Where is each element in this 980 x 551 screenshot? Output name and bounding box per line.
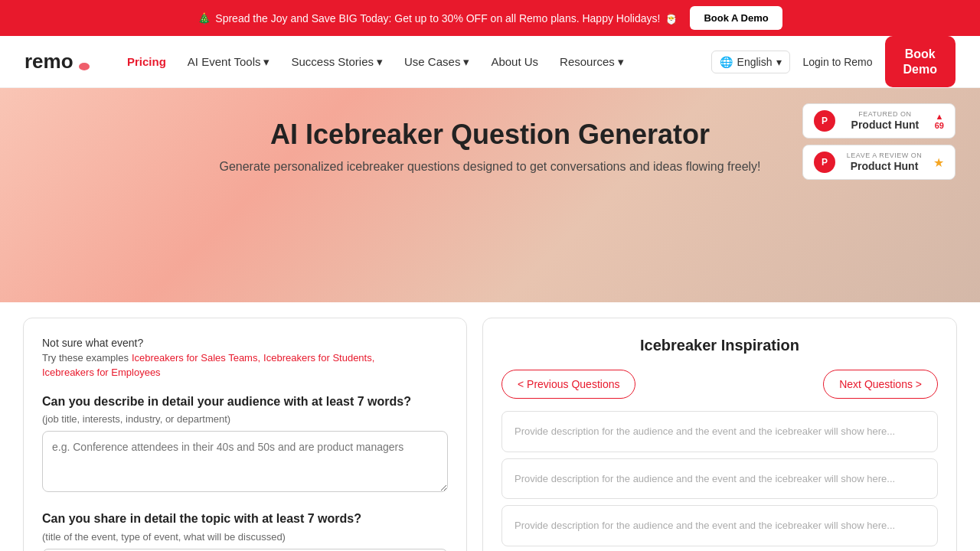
- chevron-down-icon: ▾: [463, 55, 469, 69]
- language-selector[interactable]: 🌐 English ▾: [711, 51, 791, 73]
- hero-section: AI Icebreaker Question Generator Generat…: [0, 88, 980, 302]
- ph-featured-badge[interactable]: P FEATURED ON Product Hunt ▲ 69: [802, 103, 956, 139]
- question2-label: Can you share in detail the topic with a…: [42, 510, 448, 527]
- icebreaker-title: Icebreaker Inspiration: [501, 337, 938, 354]
- form-section-2: Can you share in detail the topic with a…: [42, 510, 448, 551]
- ph-featured-label: FEATURED ON: [843, 110, 927, 118]
- banner-cta-button[interactable]: Book A Demo: [690, 6, 782, 30]
- chevron-down-icon: ▾: [776, 56, 782, 68]
- form-section-1: Can you describe in detail your audience…: [42, 393, 448, 495]
- upvote-arrow-icon: ▲: [935, 112, 943, 121]
- chevron-down-icon: ▾: [377, 55, 383, 69]
- banner-emoji-right: 🎅: [665, 12, 678, 24]
- nav-links: Pricing AI Event Tools ▾ Success Stories…: [118, 49, 711, 75]
- banner-text: 🎄 Spread the Joy and Save BIG Today: Get…: [198, 12, 678, 24]
- promo-banner: 🎄 Spread the Joy and Save BIG Today: Get…: [0, 0, 980, 36]
- banner-emoji-left: 🎄: [198, 12, 211, 24]
- try-examples-label: Try these examples: [42, 352, 129, 364]
- star-icon: ★: [933, 155, 944, 170]
- ph-review-badge[interactable]: P LEAVE A REVIEW ON Product Hunt ★: [802, 145, 956, 180]
- nav-item-pricing[interactable]: Pricing: [118, 49, 175, 74]
- next-questions-button[interactable]: Next Questions >: [823, 370, 938, 399]
- example-link-students[interactable]: Icebreakers for Students,: [263, 352, 374, 364]
- example-link-employees[interactable]: Icebreakers for Employees: [42, 367, 448, 378]
- not-sure-section: Not sure what event? Try these examples …: [42, 337, 448, 378]
- example-link-sales[interactable]: Icebreakers for Sales Teams,: [132, 352, 260, 364]
- ph-review-label: LEAVE A REVIEW ON: [843, 152, 926, 159]
- nav-item-resources[interactable]: Resources ▾: [550, 49, 633, 75]
- ph-featured-text: FEATURED ON Product Hunt: [843, 110, 927, 132]
- audience-input[interactable]: [42, 431, 448, 492]
- login-button[interactable]: Login to Remo: [802, 56, 872, 68]
- nav-item-success-stories[interactable]: Success Stories ▾: [282, 49, 392, 75]
- right-panel: Icebreaker Inspiration < Previous Questi…: [482, 318, 957, 551]
- ph-review-name: Product Hunt: [851, 160, 919, 172]
- icebreaker-card-2: Provide description for the audience and…: [501, 458, 938, 500]
- chevron-down-icon: ▾: [618, 55, 624, 69]
- chevron-down-icon: ▾: [263, 55, 270, 69]
- logo[interactable]: remo: [24, 50, 93, 74]
- ph-logo-icon-2: P: [814, 152, 835, 173]
- question1-sublabel: (job title, interests, industry, or depa…: [42, 413, 448, 425]
- svg-text:remo: remo: [24, 50, 74, 73]
- previous-questions-button[interactable]: < Previous Questions: [501, 370, 635, 399]
- nav-item-ai-event-tools[interactable]: AI Event Tools ▾: [178, 49, 279, 75]
- book-demo-button[interactable]: Book Demo: [885, 36, 956, 86]
- nav-item-use-cases[interactable]: Use Cases ▾: [395, 49, 479, 75]
- ph-featured-name: Product Hunt: [851, 119, 920, 131]
- ph-score: ▲ 69: [935, 112, 944, 130]
- logo-svg: remo: [24, 50, 93, 74]
- icebreaker-card-1: Provide description for the audience and…: [501, 411, 938, 452]
- ph-logo-icon: P: [814, 110, 835, 132]
- svg-point-1: [79, 63, 90, 70]
- examples-row: Try these examples Icebreakers for Sales…: [42, 352, 448, 364]
- left-panel: Not sure what event? Try these examples …: [23, 318, 467, 551]
- question1-label: Can you describe in detail your audience…: [42, 393, 448, 410]
- not-sure-title: Not sure what event?: [42, 337, 448, 349]
- banner-message: Spread the Joy and Save BIG Today: Get u…: [215, 12, 660, 24]
- globe-icon: 🌐: [720, 56, 733, 68]
- language-label: English: [737, 56, 773, 68]
- nav-item-about-us[interactable]: About Us: [482, 49, 547, 74]
- ph-review-text: LEAVE A REVIEW ON Product Hunt: [843, 152, 926, 173]
- product-hunt-badges: P FEATURED ON Product Hunt ▲ 69 P LEAVE …: [802, 103, 956, 180]
- question2-sublabel: (title of the event, type of event, what…: [42, 531, 448, 543]
- icebreaker-card-3: Provide description for the audience and…: [501, 505, 938, 546]
- nav-right: 🌐 English ▾ Login to Remo Book Demo: [711, 36, 956, 86]
- navigation-buttons: < Previous Questions Next Questions >: [501, 370, 938, 399]
- icebreaker-cards: Provide description for the audience and…: [501, 411, 938, 551]
- navbar: remo Pricing AI Event Tools ▾ Success St…: [0, 36, 980, 88]
- main-content: Not sure what event? Try these examples …: [0, 302, 980, 551]
